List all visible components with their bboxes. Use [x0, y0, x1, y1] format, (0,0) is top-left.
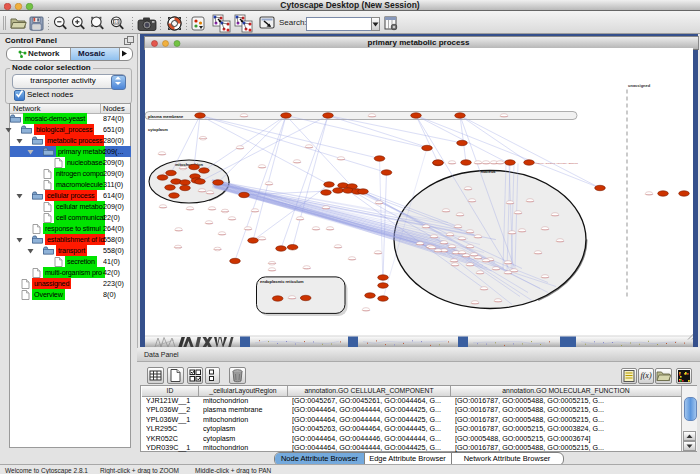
- svg-text:unassigned: unassigned: [628, 83, 651, 88]
- svg-text:Ynn00W: Ynn00W: [213, 248, 222, 250]
- svg-text:Ynn00W: Ynn00W: [159, 206, 168, 208]
- svg-text:Ynn00W: Ynn00W: [468, 200, 477, 202]
- svg-text:Ynn00W: Ynn00W: [375, 202, 384, 204]
- svg-text:Ynn00W: Ynn00W: [541, 228, 550, 230]
- svg-text:Ynn00W: Ynn00W: [240, 115, 249, 117]
- svg-text:Ynn00W: Ynn00W: [508, 232, 517, 234]
- svg-text:Ynn00W: Ynn00W: [496, 162, 505, 164]
- svg-text:Ynn00W: Ynn00W: [186, 208, 195, 210]
- svg-text:Ynn00W: Ynn00W: [518, 230, 527, 232]
- svg-text:Ynn00W: Ynn00W: [337, 158, 346, 160]
- svg-text:Ynn00W: Ynn00W: [506, 202, 515, 204]
- svg-text:Ynn00W: Ynn00W: [450, 260, 459, 262]
- svg-text:Ynn00W: Ynn00W: [466, 264, 475, 266]
- svg-text:1:1: 1:1: [114, 20, 119, 24]
- svg-text:Ynn00W: Ynn00W: [348, 258, 357, 260]
- svg-text:Ynn00W: Ynn00W: [448, 162, 457, 164]
- svg-text:Ynn00W: Ynn00W: [504, 262, 513, 264]
- svg-text:YKL217W YDR384C YOL103W YBR298: YKL217W YDR384C YOL103W YBR298C: [533, 162, 578, 165]
- svg-text:Ynn00W: Ynn00W: [514, 212, 523, 214]
- svg-text:Ynn00W: Ynn00W: [482, 260, 491, 262]
- svg-text:Ynn00W: Ynn00W: [244, 228, 253, 230]
- svg-text:Ynn00W: Ynn00W: [268, 262, 277, 264]
- svg-text:Ynn00W: Ynn00W: [258, 166, 267, 168]
- svg-text:endoplasmic reticulum: endoplasmic reticulum: [260, 279, 304, 284]
- svg-text:Ynn00W: Ynn00W: [451, 264, 460, 266]
- svg-text:Ynn00W: Ynn00W: [206, 192, 215, 194]
- svg-text:Ynn00W: Ynn00W: [218, 233, 227, 235]
- svg-text:Ynn00W: Ynn00W: [494, 300, 503, 302]
- svg-text:Ynn00W: Ynn00W: [466, 231, 475, 233]
- svg-text:Ynn00W: Ynn00W: [448, 246, 457, 248]
- svg-text:Ynn00W: Ynn00W: [476, 272, 485, 274]
- svg-text:cytoplasm: cytoplasm: [148, 127, 168, 132]
- svg-text:Ynn00W: Ynn00W: [434, 250, 443, 252]
- svg-text:Ynn00W: Ynn00W: [236, 147, 245, 149]
- svg-text:Ynn00W: Ynn00W: [458, 238, 467, 240]
- svg-text:Ynn00W: Ynn00W: [471, 302, 480, 304]
- svg-text:Ynn00W: Ynn00W: [174, 229, 183, 231]
- svg-text:Ynn00W: Ynn00W: [428, 247, 437, 249]
- svg-text:Ynn00W: Ynn00W: [205, 222, 214, 224]
- svg-text:Ynn00W: Ynn00W: [456, 214, 465, 216]
- svg-text:Ynn00W: Ynn00W: [541, 276, 550, 278]
- svg-text:Ynn00W: Ynn00W: [199, 137, 208, 139]
- svg-text:Ynn00W: Ynn00W: [551, 214, 560, 216]
- svg-text:Ynn00W: Ynn00W: [303, 267, 312, 269]
- svg-text:Ynn00W: Ynn00W: [296, 218, 305, 220]
- svg-text:Ynn00W: Ynn00W: [374, 252, 383, 254]
- svg-text:Ynn00W: Ynn00W: [198, 190, 207, 192]
- svg-text:nucleus: nucleus: [480, 169, 496, 174]
- svg-text:Ynn00W: Ynn00W: [442, 210, 451, 212]
- svg-text:Ynn00W: Ynn00W: [334, 246, 343, 248]
- svg-text:Ynn00W: Ynn00W: [174, 246, 183, 248]
- svg-text:Ynn00W: Ynn00W: [534, 252, 543, 254]
- svg-text:Ynn00W: Ynn00W: [158, 153, 167, 155]
- svg-text:Ynn00W: Ynn00W: [458, 252, 467, 254]
- svg-text:Ynn00W: Ynn00W: [480, 288, 489, 290]
- svg-text:Ynn00W: Ynn00W: [526, 200, 535, 202]
- svg-text:Ynn00W: Ynn00W: [430, 236, 439, 238]
- svg-text:Ynn00W: Ynn00W: [470, 254, 479, 256]
- svg-text:Ynn00W: Ynn00W: [305, 146, 314, 148]
- svg-text:Ynn00W: Ynn00W: [556, 240, 565, 242]
- svg-text:Ynn00W: Ynn00W: [422, 226, 431, 228]
- svg-text:Ynn00W: Ynn00W: [492, 268, 501, 270]
- svg-text:Ynn00W: Ynn00W: [179, 167, 188, 169]
- svg-text:Ynn00W: Ynn00W: [466, 246, 475, 248]
- svg-text:Ynn00W: Ynn00W: [268, 269, 277, 271]
- svg-text:Ynn00W: Ynn00W: [474, 236, 483, 238]
- svg-text:Ynn00W: Ynn00W: [322, 207, 331, 209]
- svg-text:Ynn00W: Ynn00W: [228, 218, 237, 220]
- svg-text:Ynn00W: Ynn00W: [454, 226, 463, 228]
- svg-text:Ynn00W: Ynn00W: [368, 115, 377, 117]
- svg-text:Ynn00W: Ynn00W: [258, 238, 267, 240]
- svg-text:Ynn00W: Ynn00W: [464, 188, 473, 190]
- svg-text:Ynn00W: Ynn00W: [251, 210, 260, 212]
- svg-text:Ynn00W: Ynn00W: [500, 115, 509, 117]
- svg-text:Ynn00W: Ynn00W: [326, 228, 335, 230]
- svg-text:Ynn00W: Ynn00W: [265, 183, 274, 185]
- svg-text:Ynn00W: Ynn00W: [362, 309, 371, 311]
- svg-text:Ynn00W: Ynn00W: [288, 297, 297, 299]
- svg-text:Ynn00W: Ynn00W: [504, 272, 513, 274]
- svg-text:plasma membrane: plasma membrane: [148, 114, 184, 119]
- svg-text:Ynn00W: Ynn00W: [312, 228, 321, 230]
- svg-text:Ynn00W: Ynn00W: [474, 257, 483, 259]
- svg-text:Ynn00W: Ynn00W: [416, 243, 425, 245]
- svg-text:Ynn00W: Ynn00W: [293, 161, 302, 163]
- svg-text:Ynn00W: Ynn00W: [446, 234, 455, 236]
- svg-text:Ynn00W: Ynn00W: [221, 210, 230, 212]
- svg-text:Ynn00W: Ynn00W: [645, 193, 654, 195]
- svg-text:Ynn00W: Ynn00W: [440, 242, 449, 244]
- svg-text:Ynn00W: Ynn00W: [208, 208, 217, 210]
